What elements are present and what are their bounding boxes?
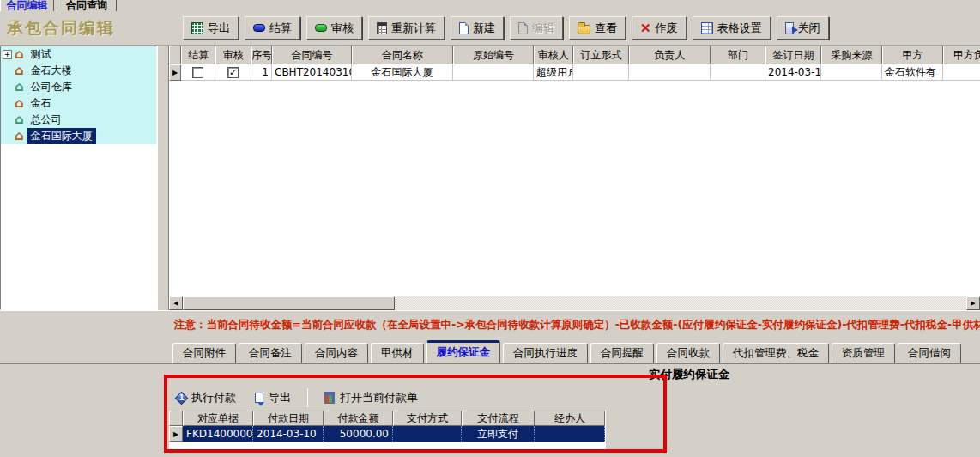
tab-contract-attachments[interactable]: 合同附件: [172, 343, 236, 363]
form-cell: [573, 64, 629, 81]
recalculate-label: 重新计算: [391, 21, 436, 36]
payment-export-label: 导出: [269, 390, 291, 405]
sidebar-splitter[interactable]: [157, 46, 169, 310]
edit-button: 编辑: [510, 16, 563, 40]
tree-item-head-office[interactable]: ⌂ 总公司: [1, 112, 156, 128]
top-tab-strip: 合同编辑 合同查询: [0, 0, 980, 11]
row-marker-icon: ▶: [172, 69, 178, 76]
edit-label: 编辑: [532, 21, 554, 36]
open-folder-icon: [578, 25, 590, 34]
original-no-cell: [453, 64, 534, 81]
tree-item-jinshi-international[interactable]: ⌂ 金石国际大厦: [1, 128, 156, 144]
open-payment-bill-label: 打开当前付款单: [340, 390, 418, 405]
export-button[interactable]: 导出: [183, 16, 239, 40]
tree-item-label[interactable]: 金石大楼: [27, 63, 76, 79]
payment-amount-cell: 50000.00: [324, 426, 393, 442]
audit-checkbox-checked[interactable]: ✓: [227, 67, 239, 78]
source-cell: [821, 64, 882, 81]
org-tree-sidebar: + ⌂ 测试 ⌂ 金石大楼 ⌂ 公司仓库 ⌂ 金石 ⌂ 总公司 ⌂: [0, 46, 157, 310]
party-a-head-cell: [943, 64, 980, 81]
tree-item-label[interactable]: 金石: [27, 95, 55, 112]
col-party-a-head[interactable]: 甲方负: [943, 46, 980, 64]
audit-button[interactable]: 审核: [306, 16, 362, 40]
tree-item-company-warehouse[interactable]: ⌂ 公司仓库: [1, 79, 156, 95]
col-auditor[interactable]: 审核人: [534, 46, 573, 64]
col-original-no[interactable]: 原始编号: [453, 46, 534, 64]
tab-contract-query[interactable]: 合同查询: [57, 0, 117, 11]
col-sign-date[interactable]: 签订日期: [765, 46, 821, 64]
tree-item-label[interactable]: 测试: [27, 46, 55, 63]
payment-export-button[interactable]: 导出: [252, 388, 293, 407]
col-dept[interactable]: 部门: [711, 46, 765, 64]
open-payment-bill-button[interactable]: 打开当前付款单: [322, 388, 420, 407]
col-payment-amount[interactable]: 付款金额: [324, 411, 393, 426]
tab-qualification-mgmt[interactable]: 资质管理: [832, 343, 895, 363]
handler-cell: [535, 426, 605, 442]
expand-plus-icon[interactable]: +: [3, 50, 12, 59]
export-pages-icon: [255, 393, 263, 403]
table-settings-button[interactable]: 表格设置: [693, 16, 771, 40]
tree-item-label[interactable]: 金石国际大厦: [27, 128, 96, 144]
recalculate-button[interactable]: 重新计算: [368, 16, 445, 40]
contract-row[interactable]: ▶ ✓ 1 CBHT2014031001 金石国际大厦 超级用户 2014-03…: [169, 64, 980, 81]
col-handler[interactable]: 经办人: [535, 411, 605, 426]
col-related-bill[interactable]: 对应单据: [183, 411, 253, 426]
tab-contract-notes[interactable]: 合同备注: [239, 343, 302, 363]
execute-payment-button[interactable]: 1 执行付款: [174, 388, 239, 407]
house-icon: ⌂: [15, 130, 24, 143]
tab-performance-bond[interactable]: 履约保证金: [426, 340, 501, 363]
settle-checkbox[interactable]: [192, 67, 203, 78]
horizontal-scrollbar[interactable]: ◀ ▶: [169, 296, 980, 310]
col-contract-name[interactable]: 合同名称: [352, 46, 453, 64]
void-label: 作废: [656, 21, 678, 36]
view-button[interactable]: 查看: [569, 16, 626, 40]
main-toolbar: 导出 结算 审核 重新计算 新建 编辑 查看 ✕作废 表格设置 关闭: [183, 16, 829, 40]
bottom-tab-strip: 合同附件 合同备注 合同内容 甲供材 履约保证金 合同执行进度 合同提醒 合同收…: [0, 339, 980, 363]
exit-door-icon: [785, 22, 794, 34]
col-settle[interactable]: 结算: [181, 46, 215, 64]
notice-text: 注意：当前合同待收金额=当前合同应收款（在全局设置中->承包合同待收款计算原则确…: [174, 318, 980, 332]
scroll-right-icon[interactable]: ▶: [966, 296, 980, 310]
void-button[interactable]: ✕作废: [632, 16, 687, 40]
tree-item-label[interactable]: 总公司: [27, 112, 65, 128]
col-payment-date[interactable]: 付款日期: [253, 411, 324, 426]
contract-name-cell: 金石国际大厦: [352, 64, 453, 81]
tree-item-jinshi[interactable]: ⌂ 金石: [1, 95, 156, 112]
col-party-a[interactable]: 甲方: [882, 46, 943, 64]
payment-grid-header: 对应单据 付款日期 付款金额 支付方式 支付流程 经办人: [169, 411, 605, 426]
house-icon: ⌂: [15, 81, 24, 94]
col-form[interactable]: 订立形式: [573, 46, 629, 64]
settle-button[interactable]: 结算: [245, 16, 300, 40]
scrollbar-thumb[interactable]: [183, 296, 395, 310]
payment-row-selected[interactable]: ▶ FKD140000002 2014-03-10 50000.00 立即支付: [169, 426, 605, 442]
col-payment-method[interactable]: 支付方式: [393, 411, 462, 426]
tab-party-a-materials[interactable]: 甲供材: [371, 343, 424, 363]
grid-corner-cell: [169, 46, 181, 64]
row-marker-icon: ▶: [173, 430, 178, 438]
contract-grid: 结算 审核 序号 合同编号 合同名称 原始编号 审核人 订立形式 负责人 部门 …: [169, 46, 980, 310]
col-payment-flow[interactable]: 支付流程: [462, 411, 535, 426]
col-seq[interactable]: 序号: [251, 46, 272, 64]
settle-label: 结算: [269, 21, 292, 36]
tab-contract-receipts[interactable]: 合同收款: [656, 343, 720, 363]
tab-contract-edit[interactable]: 合同编辑: [0, 0, 54, 11]
audit-cell: ✓: [215, 64, 251, 81]
close-button[interactable]: 关闭: [777, 16, 829, 40]
scroll-left-icon[interactable]: ◀: [169, 296, 183, 310]
tree-item-jinshi-building[interactable]: ⌂ 金石大楼: [1, 63, 156, 79]
col-source[interactable]: 采购来源: [821, 46, 882, 64]
page-title: 承包合同编辑: [7, 17, 115, 40]
col-manager[interactable]: 负责人: [629, 46, 711, 64]
tab-contract-reminder[interactable]: 合同提醒: [590, 343, 654, 363]
tab-contract-borrowing[interactable]: 合同借阅: [898, 343, 961, 363]
calculator-icon: [377, 22, 387, 34]
col-contract-no[interactable]: 合同编号: [272, 46, 352, 64]
new-button[interactable]: 新建: [451, 16, 504, 40]
execute-payment-label: 执行付款: [191, 390, 236, 405]
col-audit[interactable]: 审核: [215, 46, 251, 64]
tab-withholding-fees-tax[interactable]: 代扣管理费、税金: [723, 343, 829, 363]
tree-item-test[interactable]: + ⌂ 测试: [1, 46, 156, 63]
tab-contract-progress[interactable]: 合同执行进度: [503, 343, 588, 363]
tab-contract-content[interactable]: 合同内容: [305, 343, 368, 363]
tree-item-label[interactable]: 公司仓库: [27, 79, 76, 95]
